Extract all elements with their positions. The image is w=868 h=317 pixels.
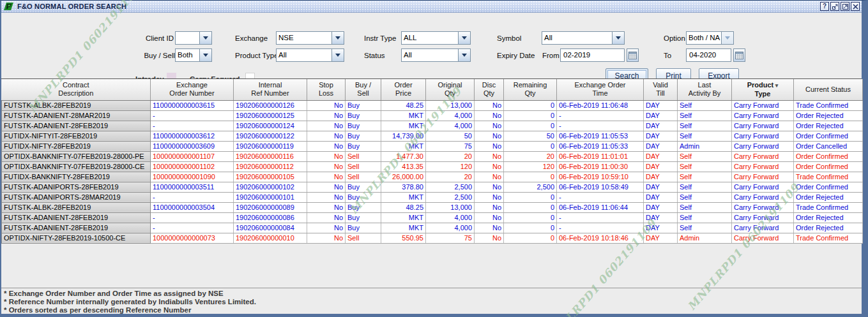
cell-valid-till: DAY [644, 202, 678, 212]
cell-remaining-qty: 0 [504, 202, 557, 212]
column-header-exchange-order-number[interactable]: ExchangeOrder Number [151, 79, 234, 100]
chevron-down-icon[interactable] [331, 31, 344, 45]
column-header-internal-ref-number[interactable]: InternalRef Number [234, 79, 307, 100]
cell-current-status: Trade Confirmed [794, 202, 863, 212]
cell-exchange-order-number: - [151, 223, 234, 233]
table-row[interactable]: FUTSTK-ADANIPORTS-28MAR2019-190206000000… [2, 192, 863, 202]
expiry-to-input[interactable]: 04-2020 [686, 48, 731, 62]
table-row[interactable]: FUTSTK-ADANIPORTS-28FEB20191100000000003… [2, 182, 863, 192]
table-row[interactable]: OPTIDX-BANKNIFTY-07FEB2019-28000-CE10000… [2, 161, 863, 172]
table-row[interactable]: FUTSTK-ADANIENT-28FEB2019-19020600000008… [2, 212, 863, 223]
cell-original-qty: 120 [426, 161, 475, 172]
table-row[interactable]: OPTIDX-NIFTY-28FEB2019-10500-CE100000000… [2, 233, 863, 243]
table-row[interactable]: FUTIDX-BANKNIFTY-28FEB201910000000000010… [2, 172, 863, 182]
help-icon[interactable]: ? [820, 2, 829, 11]
order-table-header-row: ContractDescriptionExchangeOrder NumberI… [2, 79, 863, 100]
buy-sell-select[interactable]: Both [175, 48, 212, 62]
cell-disc-qty: No [475, 110, 504, 121]
symbol-select[interactable]: All [542, 31, 625, 45]
cell-remaining-qty: 50 [504, 131, 557, 141]
product-type-select[interactable]: All [276, 48, 344, 62]
cell-product-type: Carry Forward [732, 121, 794, 131]
column-header-disc-qty[interactable]: DiscQty [475, 79, 504, 100]
chevron-down-icon[interactable] [331, 48, 344, 62]
column-header-remaining-qty[interactable]: RemainingQty [504, 79, 557, 100]
chevron-down-icon[interactable] [199, 48, 212, 62]
status-select[interactable]: All [401, 48, 471, 62]
cell-current-status: Trade Confirmed [794, 172, 863, 182]
cell-internal-ref-number: 190206000000119 [234, 141, 307, 151]
cell-contract-description: FUTSTK-ADANIENT-28FEB2019 [2, 212, 151, 223]
chevron-down-icon[interactable] [458, 48, 471, 62]
client-id-select[interactable] [175, 31, 212, 45]
cell-product-type: Carry Forward [732, 182, 794, 192]
maximize-icon[interactable] [841, 2, 849, 11]
cell-order-price: 413.35 [381, 161, 426, 172]
cell-valid-till: DAY [644, 151, 678, 161]
option-select[interactable]: Both / NA [686, 31, 734, 45]
cell-order-price: MKT [381, 110, 426, 121]
table-row[interactable]: FUTSTK-ALBK-28FEB20191100000000003504190… [2, 202, 863, 212]
cell-order-price: MKT [381, 121, 426, 131]
minimize-icon[interactable] [830, 2, 839, 11]
cell-remaining-qty: 0 [504, 121, 557, 131]
cell-contract-description: FUTIDX-BANKNIFTY-28FEB2019 [2, 172, 151, 182]
cell-original-qty: 50 [426, 131, 475, 141]
column-header-stop-loss[interactable]: StopLoss [307, 79, 346, 100]
cell-stop-loss: No [307, 110, 346, 121]
cell-current-status: Trade Confirmed [794, 100, 863, 110]
cell-exchange-order-number: 1100000000003511 [151, 182, 234, 192]
cell-order-price: MKT [381, 223, 426, 233]
title-bar: F&O NORMAL ORDER SEARCH ? [1, 1, 862, 13]
cell-last-activity-by: Self [678, 131, 732, 141]
cell-current-status: Order Confirmed [794, 161, 863, 172]
chevron-down-icon[interactable] [199, 31, 212, 45]
table-row[interactable]: FUTIDX-NIFTY-28FEB2019110000000000360919… [2, 141, 863, 151]
cell-exchange-order-number: 1000000000001107 [151, 151, 234, 161]
chevron-down-icon[interactable] [612, 31, 625, 45]
column-header-order-price[interactable]: OrderPrice [381, 79, 426, 100]
cell-remaining-qty: 0 [504, 100, 557, 110]
table-row[interactable]: FUTSTK-ADANIENT-28FEB2019-19020600000012… [2, 121, 863, 131]
cell-disc-qty: No [475, 100, 504, 110]
table-row[interactable]: OPTIDX-BANKNIFTY-07FEB2019-28000-PE10000… [2, 151, 863, 161]
column-header-current-status[interactable]: Current Status [794, 79, 863, 100]
table-row[interactable]: FUTSTK-ADANIENT-28FEB2019-19020600000008… [2, 223, 863, 233]
close-icon[interactable] [851, 2, 860, 11]
cell-exchange-order-time: - [557, 223, 644, 233]
column-header-valid-till[interactable]: ValidTill [644, 79, 678, 100]
instr-type-select[interactable]: ALL [401, 31, 471, 45]
cell-current-status: Order Rejected [794, 212, 863, 223]
table-row[interactable]: FUTSTK-ALBK-28FEB20191100000000003615190… [2, 100, 863, 110]
cell-internal-ref-number: 190206000000086 [234, 212, 307, 223]
cell-stop-loss: No [307, 141, 346, 151]
expiry-from-input[interactable]: 02-2019 [560, 48, 625, 62]
cell-last-activity-by: Self [678, 202, 732, 212]
table-row[interactable]: FUTIDX-NIFTYIT-28FEB20191100000000003612… [2, 131, 863, 141]
cell-remaining-qty: 2,500 [504, 182, 557, 192]
footnote-line: * Reference Number internally generated … [4, 298, 862, 306]
cell-valid-till: DAY [644, 131, 678, 141]
column-header-product-type[interactable]: Product ▾Type [732, 79, 794, 100]
exchange-select[interactable]: NSE [276, 31, 344, 45]
column-header-contract-description[interactable]: ContractDescription [2, 79, 151, 100]
cell-last-activity-by: Admin [678, 141, 732, 151]
table-row[interactable]: FUTSTK-ADANIENT-28MAR2019-19020600000012… [2, 110, 863, 121]
cell-exchange-order-number: - [151, 110, 234, 121]
buy-sell-label: Buy / Sell [116, 51, 175, 61]
cell-internal-ref-number: 190206000000089 [234, 202, 307, 212]
cell-order-price: 48.25 [381, 100, 426, 110]
cell-disc-qty: No [475, 182, 504, 192]
calendar-icon[interactable] [733, 48, 745, 62]
column-header-last-activity-by[interactable]: LastActivity By [678, 79, 732, 100]
cell-buy-sell: Buy [346, 212, 381, 223]
column-header-buy-sell[interactable]: Buy /Sell [346, 79, 381, 100]
column-header-exchange-order-time[interactable]: Exchange OrderTime [557, 79, 644, 100]
cell-exchange-order-number: 1000000000001102 [151, 161, 234, 172]
column-header-original-qty[interactable]: OriginalQty [426, 79, 475, 100]
calendar-icon[interactable] [627, 48, 639, 62]
chevron-down-icon[interactable] [458, 31, 471, 45]
cell-valid-till: DAY [644, 223, 678, 233]
cell-remaining-qty: 0 [504, 141, 557, 151]
cell-original-qty: 20 [426, 151, 475, 161]
